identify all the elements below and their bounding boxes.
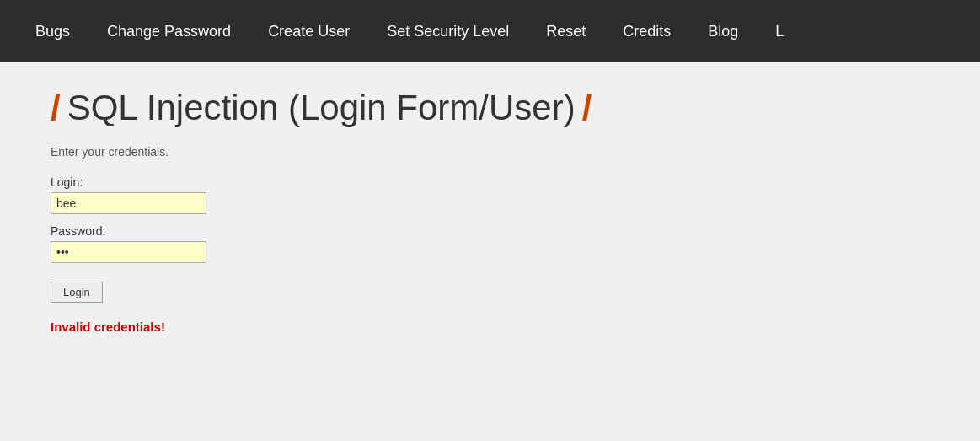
main-nav: Bugs Change Password Create User Set Sec… [0,0,980,62]
password-field-group: Password: [51,224,929,263]
main-content: / SQL Injection (Login Form/User) / Ente… [0,62,980,359]
nav-set-security-level[interactable]: Set Security Level [368,23,527,40]
nav-bugs[interactable]: Bugs [17,23,88,40]
nav-credits[interactable]: Credits [604,23,689,40]
error-message: Invalid credentials! [51,320,929,334]
page-title: / SQL Injection (Login Form/User) / [51,88,929,128]
login-label: Login: [51,175,929,189]
password-label: Password: [51,224,929,238]
subtitle-text: Enter your credentials. [51,145,929,159]
page-title-text: SQL Injection (Login Form/User) [67,88,576,128]
nav-reset[interactable]: Reset [527,23,604,40]
login-field-group: Login: [51,175,929,214]
nav-create-user[interactable]: Create User [249,23,368,40]
slash-left: / [51,88,61,128]
nav-l[interactable]: L [757,23,802,40]
nav-blog[interactable]: Blog [689,23,757,40]
password-input[interactable] [51,241,206,263]
slash-right: / [582,88,592,128]
login-button[interactable]: Login [51,282,103,303]
nav-change-password[interactable]: Change Password [88,23,249,40]
login-input[interactable] [51,192,206,214]
